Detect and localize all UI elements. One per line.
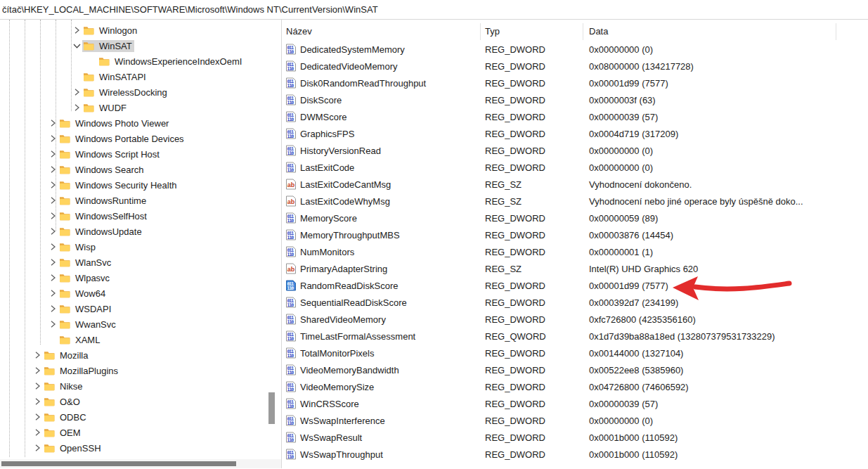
tree-item-windowsselfhost[interactable]: WindowsSelfHost (0, 208, 281, 224)
chevron-right-icon[interactable] (46, 210, 58, 221)
tree-item-wow64[interactable]: Wow64 (0, 285, 281, 301)
address-bar[interactable]: čítač\HKEY_LOCAL_MACHINE\SOFTWARE\Micros… (0, 0, 868, 20)
tree-vertical-scrollbar[interactable] (268, 392, 275, 424)
tree-item-wisp[interactable]: Wisp (0, 239, 281, 255)
column-header-name[interactable]: Název (282, 23, 481, 40)
tree-item-label: XAML (74, 335, 100, 345)
value-row-wsswapresult[interactable]: 011110WsSwapResultREG_DWORD0x0001b000 (1… (282, 429, 868, 446)
value-row-graphicsfps[interactable]: 011110GraphicsFPSREG_DWORD0x0004d719 (31… (282, 125, 868, 142)
tree-item-windows-security-health[interactable]: Windows Security Health (0, 177, 281, 193)
column-header-type[interactable]: Typ (481, 23, 583, 40)
value-data: 0x00001d99 (7577) (583, 281, 868, 291)
tree-item-winsat[interactable]: WinSAT (0, 38, 281, 53)
value-type: REG_DWORD (481, 348, 583, 359)
chevron-right-icon[interactable] (46, 148, 58, 160)
tree-item-odbc[interactable]: ODBC (0, 409, 281, 425)
tree-item-windows-portable-devices[interactable]: Windows Portable Devices (0, 131, 281, 146)
binary-value-icon: 011110 (285, 280, 297, 291)
chevron-right-icon[interactable] (46, 226, 58, 237)
value-row-nummonitors[interactable]: 011110NumMonitorsREG_DWORD0x00000001 (1) (282, 243, 868, 260)
chevron-right-icon[interactable] (70, 25, 82, 36)
chevron-right-icon[interactable] (46, 272, 58, 283)
chevron-right-icon[interactable] (46, 257, 58, 268)
chevron-right-icon[interactable] (31, 442, 43, 454)
tree-item-wsdapi[interactable]: WSDAPI (0, 301, 281, 316)
chevron-right-icon[interactable] (46, 241, 58, 252)
tree-item-wlpasvc[interactable]: Wlpasvc (0, 270, 281, 285)
chevron-right-icon[interactable] (31, 411, 43, 423)
chevron-right-icon[interactable] (46, 303, 58, 314)
chevron-right-icon[interactable] (31, 427, 43, 438)
value-row-sharedvideomemory[interactable]: 011110SharedVideoMemoryREG_DWORD0xfc7268… (282, 311, 868, 328)
tree-horizontal-scrollbar[interactable] (0, 459, 281, 468)
value-row-videomemorysize[interactable]: 011110VideoMemorySizeREG_DWORD0x04726800… (282, 378, 868, 395)
tree-item-wlansvc[interactable]: WlanSvc (0, 255, 281, 270)
value-row-timelastformalassessment[interactable]: 011110TimeLastFormalAssessmentREG_QWORD0… (282, 328, 868, 345)
value-row-lastexitcode[interactable]: 011110LastExitCodeREG_DWORD0x00000000 (0… (282, 159, 868, 176)
tree-item-windowsupdate[interactable]: WindowsUpdate (0, 224, 281, 239)
tree-item-nikse[interactable]: Nikse (0, 378, 281, 394)
value-row-memoryscore[interactable]: 011110MemoryScoreREG_DWORD0x00000059 (89… (282, 210, 868, 226)
chevron-right-icon[interactable] (31, 365, 43, 376)
chevron-right-icon[interactable] (46, 195, 58, 206)
value-row-disk0randomreadthroughput[interactable]: 011110Disk0RandomReadThroughputREG_DWORD… (282, 75, 868, 91)
value-data: 0x00522ee8 (5385960) (583, 365, 868, 375)
tree-item-xaml[interactable]: XAML (0, 332, 281, 347)
tree-item-oem[interactable]: OEM (0, 425, 281, 440)
tree-item-wwansvc[interactable]: WwanSvc (0, 316, 281, 332)
value-type: REG_DWORD (481, 432, 583, 443)
value-row-wsswapinterference[interactable]: 011110WsSwapInterferenceREG_DWORD0x00000… (282, 412, 868, 429)
column-header-data[interactable]: Data (583, 23, 836, 40)
tree-item-label: Windows Photo Viewer (74, 118, 169, 129)
value-row-diskscore[interactable]: 011110DiskScoreREG_DWORD0x0000003f (63) (282, 91, 868, 108)
value-row-wsswapthroughput[interactable]: 011110WsSwapThroughputREG_DWORD0x0001b00… (282, 446, 868, 463)
svg-text:110: 110 (287, 404, 294, 409)
chevron-right-icon[interactable] (70, 102, 82, 113)
folder-icon (83, 72, 94, 82)
chevron-right-icon[interactable] (31, 349, 43, 361)
tree-item-openssh[interactable]: OpenSSH (0, 440, 281, 456)
tree-item-winsatapi[interactable]: WinSATAPI (0, 69, 281, 84)
value-row-lastexitcodecantmsg[interactable]: abLastExitCodeCantMsgREG_SZVyhodnocení d… (282, 176, 868, 193)
value-row-historyversionread[interactable]: 011110HistoryVersionReadREG_DWORD0x00000… (282, 142, 868, 159)
tree-item-windows-script-host[interactable]: Windows Script Host (0, 146, 281, 162)
value-row-sequentialreaddiskscore[interactable]: 011110SequentialReadDiskScoreREG_DWORD0x… (282, 294, 868, 311)
tree-item-o-o[interactable]: O&O (0, 394, 281, 409)
chevron-right-icon[interactable] (46, 117, 58, 129)
value-row-primaryadapterstring[interactable]: abPrimaryAdapterStringREG_SZIntel(R) UHD… (282, 260, 868, 277)
value-name: WinCRSScore (300, 399, 359, 409)
svg-text:ab: ab (287, 198, 295, 205)
tree-item-wirelessdocking[interactable]: WirelessDocking (0, 84, 281, 100)
tree-item-windows-photo-viewer[interactable]: Windows Photo Viewer (0, 115, 281, 131)
tree-item-mozillaplugins[interactable]: MozillaPlugins (0, 363, 281, 378)
value-row-videomemorybandwidth[interactable]: 011110VideoMemoryBandwidthREG_DWORD0x005… (282, 361, 868, 378)
chevron-right-icon[interactable] (46, 179, 58, 191)
chevron-down-icon[interactable] (70, 40, 82, 51)
tree-horizontal-scrollbar-thumb[interactable] (1, 461, 236, 466)
chevron-right-icon[interactable] (46, 319, 58, 330)
value-row-dedicatedsystemmemory[interactable]: 011110DedicatedSystemMemoryREG_DWORD0x00… (282, 41, 868, 58)
tree-item-windowsruntime[interactable]: WindowsRuntime (0, 193, 281, 208)
tree-item-windowsexperienceindexoemi[interactable]: WindowsExperienceIndexOemI (0, 53, 281, 69)
value-row-totalmonitorpixels[interactable]: 011110TotalMonitorPixelsREG_DWORD0x00144… (282, 345, 868, 361)
value-name: DedicatedSystemMemory (300, 44, 405, 55)
value-row-randomreaddiskscore[interactable]: 011110RandomReadDiskScoreREG_DWORD0x0000… (282, 277, 868, 294)
folder-icon (59, 304, 70, 314)
value-row-dwmscore[interactable]: 011110DWMScoreREG_DWORD0x00000039 (57) (282, 108, 868, 125)
chevron-right-icon[interactable] (46, 288, 58, 299)
chevron-right-icon[interactable] (31, 380, 43, 392)
tree-item-mozilla[interactable]: Mozilla (0, 347, 281, 363)
chevron-right-icon[interactable] (70, 86, 82, 98)
tree-item-windows-search[interactable]: Windows Search (0, 162, 281, 177)
chevron-right-icon[interactable] (31, 396, 43, 407)
chevron-right-icon[interactable] (46, 133, 58, 144)
tree-item-winlogon[interactable]: Winlogon (0, 23, 281, 38)
value-row-lastexitcodewhymsg[interactable]: abLastExitCodeWhyMsgREG_SZVyhodnocení ne… (282, 193, 868, 210)
value-row-memorythroughputmbs[interactable]: 011110MemoryThroughputMBSREG_DWORD0x0000… (282, 226, 868, 243)
tree-item-wudf[interactable]: WUDF (0, 100, 281, 115)
value-row-dedicatedvideomemory[interactable]: 011110DedicatedVideoMemoryREG_DWORD0x080… (282, 58, 868, 75)
value-type: REG_DWORD (481, 416, 583, 426)
values-list: 011110DedicatedSystemMemoryREG_DWORD0x00… (282, 41, 868, 463)
chevron-right-icon[interactable] (46, 164, 58, 175)
value-row-wincrsscore[interactable]: 011110WinCRSScoreREG_DWORD0x00000039 (57… (282, 395, 868, 412)
